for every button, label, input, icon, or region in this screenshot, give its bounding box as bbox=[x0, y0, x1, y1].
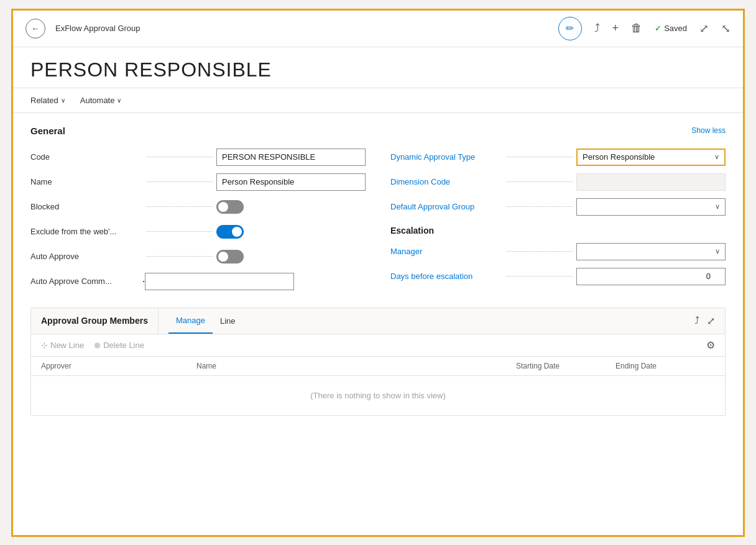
delete-line-icon: ⊗ bbox=[94, 341, 101, 350]
members-share-icon[interactable]: ⤴ bbox=[694, 315, 699, 326]
col-ending-date: Ending Date bbox=[615, 362, 715, 370]
days-before-escalation-value bbox=[576, 268, 726, 285]
table-header: Approver Name Starting Date Ending Date bbox=[31, 357, 725, 376]
manager-dropdown[interactable]: ∨ bbox=[576, 243, 726, 260]
filter-icon[interactable]: ⚙ bbox=[706, 340, 715, 350]
manager-chevron-icon: ∨ bbox=[715, 247, 720, 255]
manager-value: ∨ bbox=[576, 243, 726, 260]
back-icon: ← bbox=[31, 24, 40, 34]
exclude-toggle[interactable] bbox=[216, 225, 244, 239]
form-grid: Code Name Blocked bbox=[30, 146, 726, 293]
code-field-row: Code bbox=[30, 146, 366, 168]
main-content: General Show less Code Name bbox=[13, 113, 743, 428]
code-input[interactable] bbox=[216, 149, 366, 166]
share-button[interactable]: ⤴ bbox=[594, 22, 600, 35]
name-input[interactable] bbox=[216, 173, 366, 191]
blocked-dots bbox=[146, 206, 213, 207]
dynamic-approval-type-value: Person Responsible ∨ bbox=[576, 149, 726, 166]
exclude-field-row: Exclude from the web'... bbox=[30, 221, 366, 243]
dimension-code-dots bbox=[506, 181, 573, 182]
dynamic-approval-type-row: Dynamic Approval Type Person Responsible… bbox=[390, 146, 726, 168]
days-before-escalation-row: Days before escalation bbox=[390, 265, 726, 288]
share-icon: ⤴ bbox=[594, 22, 600, 35]
dynamic-approval-type-chevron-icon: ∨ bbox=[714, 153, 719, 161]
expand-button[interactable]: ⤡ bbox=[721, 22, 731, 35]
default-approval-group-row: Default Approval Group ∨ bbox=[390, 196, 726, 218]
code-value bbox=[216, 149, 366, 166]
blocked-toggle[interactable] bbox=[216, 200, 244, 214]
dynamic-approval-type-dropdown-text: Person Responsible bbox=[583, 152, 714, 162]
show-less-button[interactable]: Show less bbox=[691, 126, 726, 135]
new-line-label: New Line bbox=[50, 341, 84, 350]
nav-bar: Related ∨ Automate ∨ bbox=[13, 88, 743, 113]
name-label: Name bbox=[30, 177, 142, 186]
back-button[interactable]: ← bbox=[25, 19, 45, 39]
auto-approve-label: Auto Approve bbox=[30, 252, 142, 261]
default-approval-group-value: ∨ bbox=[576, 198, 726, 216]
automate-chevron-icon: ∨ bbox=[117, 97, 121, 104]
dynamic-approval-type-label: Dynamic Approval Type bbox=[390, 152, 502, 162]
section-title: General bbox=[30, 126, 65, 136]
dynamic-approval-type-dropdown[interactable]: Person Responsible ∨ bbox=[576, 149, 726, 166]
open-external-button[interactable]: ⤢ bbox=[699, 22, 709, 35]
tab-line[interactable]: Line bbox=[213, 309, 243, 333]
auto-approve-toggle-thumb bbox=[218, 252, 228, 262]
members-expand-icon[interactable]: ⤢ bbox=[707, 315, 715, 327]
default-approval-group-dropdown[interactable]: ∨ bbox=[576, 198, 726, 216]
nav-related[interactable]: Related ∨ bbox=[30, 93, 65, 108]
left-column: Code Name Blocked bbox=[30, 146, 366, 293]
days-before-escalation-label: Days before escalation bbox=[390, 272, 502, 281]
tab-manage[interactable]: Manage bbox=[168, 308, 213, 334]
automate-label: Automate bbox=[80, 96, 115, 105]
trash-icon: 🗑 bbox=[631, 22, 642, 35]
new-line-button[interactable]: ⊹ New Line bbox=[41, 341, 84, 350]
dimension-code-label: Dimension Code bbox=[390, 177, 502, 186]
top-actions: ✏ ⤴ + 🗑 ✓ Saved ⤢ ⤡ bbox=[558, 17, 731, 40]
members-toolbar: ⊹ New Line ⊗ Delete Line ⚙ bbox=[31, 334, 725, 357]
exclude-label: Exclude from the web'... bbox=[30, 227, 142, 236]
manager-row: Manager ∨ bbox=[390, 240, 726, 263]
auto-approve-comm-value bbox=[145, 273, 294, 290]
blocked-value bbox=[216, 200, 366, 214]
delete-button[interactable]: 🗑 bbox=[631, 22, 642, 35]
default-approval-group-dots bbox=[506, 206, 573, 207]
name-value bbox=[216, 173, 366, 191]
external-link-icon: ⤢ bbox=[699, 22, 709, 35]
add-button[interactable]: + bbox=[612, 22, 619, 35]
code-label: Code bbox=[30, 152, 142, 162]
name-field-row: Name bbox=[30, 171, 366, 193]
delete-line-button[interactable]: ⊗ Delete Line bbox=[94, 341, 144, 350]
days-before-escalation-dots bbox=[506, 276, 573, 277]
related-label: Related bbox=[30, 96, 58, 105]
days-before-escalation-input[interactable] bbox=[576, 268, 726, 285]
manager-dots bbox=[506, 251, 573, 252]
blocked-label: Blocked bbox=[30, 202, 142, 211]
dimension-code-field bbox=[576, 173, 726, 191]
members-section-title: Approval Group Members bbox=[41, 308, 159, 333]
edit-button[interactable]: ✏ bbox=[558, 17, 582, 40]
toolbar-right: ⚙ bbox=[706, 339, 715, 351]
saved-status: ✓ Saved bbox=[655, 24, 687, 33]
top-bar: ← ExFlow Approval Group ✏ ⤴ + 🗑 ✓ Saved … bbox=[13, 11, 743, 47]
app-title: ExFlow Approval Group bbox=[55, 24, 548, 33]
exclude-toggle-thumb bbox=[232, 227, 242, 237]
dimension-code-value bbox=[576, 173, 726, 191]
new-line-icon: ⊹ bbox=[41, 341, 48, 350]
blocked-field-row: Blocked bbox=[30, 196, 366, 218]
auto-approve-comm-input[interactable] bbox=[145, 273, 294, 290]
blocked-toggle-thumb bbox=[218, 202, 228, 212]
name-dots bbox=[146, 181, 213, 182]
auto-approve-toggle[interactable] bbox=[216, 250, 244, 263]
col-approver: Approver bbox=[41, 362, 196, 370]
related-chevron-icon: ∨ bbox=[61, 97, 65, 104]
escalation-section-label: Escalation bbox=[390, 221, 726, 238]
exclude-dots bbox=[146, 231, 213, 232]
section-header: General Show less bbox=[30, 126, 726, 136]
plus-icon: + bbox=[612, 22, 619, 35]
empty-message: (There is nothing to show in this view) bbox=[31, 376, 725, 415]
code-dots bbox=[146, 157, 213, 157]
auto-approve-value bbox=[216, 250, 366, 263]
nav-automate[interactable]: Automate ∨ bbox=[80, 93, 122, 108]
default-approval-group-chevron-icon: ∨ bbox=[715, 203, 720, 211]
page-title: PERSON RESPONSIBLE bbox=[13, 47, 743, 88]
